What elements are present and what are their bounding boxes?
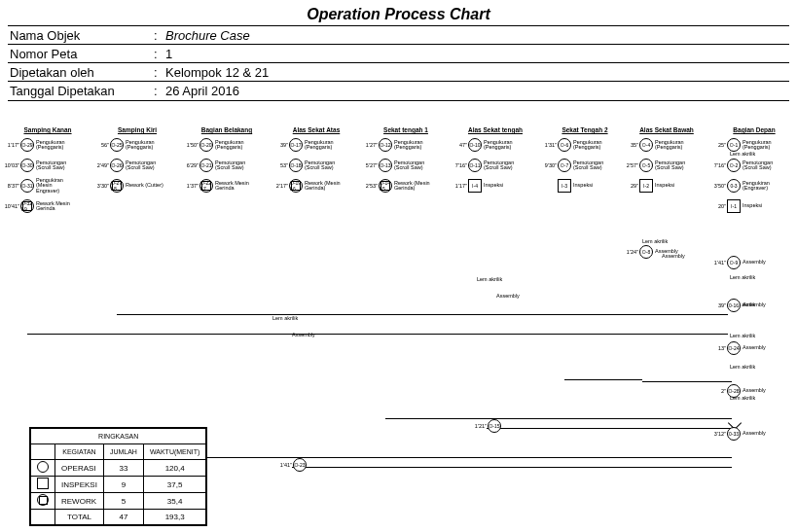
summary-total-time: 193,3: [143, 510, 205, 525]
material-label: Lem akrilik: [272, 315, 298, 321]
node-desc: Rework (Cutter): [126, 183, 164, 189]
process-node: 1'50" O-20 Pengukuran (Penggaris): [183, 136, 271, 154]
node-symbol: O-27 I-8: [110, 179, 124, 193]
connector-line: [292, 467, 732, 468]
node-time: 10'03": [4, 162, 19, 168]
material-label: Assembly: [496, 293, 520, 299]
node-desc: Pemotongan (Scroll Saw): [655, 160, 694, 171]
node-desc: Pemotongan (Scroll Saw): [126, 160, 164, 171]
process-node: 1'41" O-9 Assembly: [710, 254, 797, 271]
node-time: 1'41": [710, 260, 726, 266]
node-desc: Inspeksi: [743, 203, 781, 209]
node-symbol: O-13: [379, 159, 392, 172]
node-symbol: I-4: [468, 179, 482, 193]
node-symbol: O-4: [639, 138, 653, 152]
node-symbol: O-5: [639, 159, 653, 172]
process-node: 6'29" O-21 Pemotongan (Scroll Saw): [183, 157, 271, 174]
node-time: 3'30": [93, 183, 109, 189]
header-value: Kelompok 12 & 21: [165, 65, 269, 80]
node-time: 5'27": [362, 162, 378, 168]
process-node: 35" O-4 Pengukuran (Penggaris): [623, 136, 710, 154]
connector-line: [475, 418, 732, 419]
lane-title: Sekat tengah 1: [362, 126, 450, 133]
lane-title: Samping Kiri: [93, 126, 181, 133]
summary-symbol: [37, 494, 49, 506]
summary-activity: OPERASI: [55, 460, 104, 477]
process-node: 1'37" O-22 I-7 Rework Mesin Gerinda: [183, 177, 271, 195]
process-node: 10'41" O-32 I-9 Rework Mesin Gerinda: [4, 197, 91, 215]
lane-title: Alas Sekat Atas: [272, 126, 360, 133]
node-symbol: O-17: [289, 138, 303, 152]
node-symbol: O-7: [558, 159, 571, 172]
assembly-node: 1'41"O-23: [276, 456, 307, 474]
node-time: 1'37": [183, 183, 199, 189]
connector-line: [642, 381, 732, 382]
node-time: 1'31": [541, 142, 557, 148]
node-desc: Pemotongan (Scroll Saw): [215, 160, 254, 171]
node-symbol: O-31: [20, 179, 34, 193]
node-desc: Assembly: [743, 431, 781, 437]
summary-symbol: [37, 461, 49, 473]
process-node: 5'27" O-13 Pemotongan (Scroll Saw): [362, 157, 450, 174]
lane-title: Samping Kanan: [4, 126, 91, 133]
node-desc: Inspeksi: [573, 183, 612, 189]
node-symbol: O-22 I-7: [199, 179, 213, 193]
node-time: 20": [710, 203, 726, 209]
process-node: 7'16" O-11 Pemotongan (Scroll Saw): [452, 157, 539, 174]
process-node: 53" O-18 Pemotongan (Scroll Saw): [272, 157, 360, 174]
node-time: 29": [623, 183, 638, 189]
summary-activity: REWORK: [55, 493, 104, 510]
summary-time: 35,4: [143, 493, 205, 510]
header-table: Nama Objek:Brochure CaseNomor Peta:1Dipe…: [8, 25, 789, 101]
process-node: 3'30" O-27 I-8 Rework (Cutter): [93, 177, 181, 195]
header-label: Nama Objek: [8, 28, 154, 43]
node-time: 1'50": [183, 142, 199, 148]
summary-title: RINGKASAN: [31, 429, 206, 444]
summary-time: 37,5: [143, 477, 205, 493]
node-symbol: O-21: [199, 159, 213, 172]
summary-count: 33: [103, 460, 143, 477]
node-symbol: O-19 I-6: [289, 179, 303, 193]
process-node: 2'57" O-5 Pemotongan (Scroll Saw): [623, 157, 710, 174]
process-node: 9'30" O-7 Pemotongan (Scroll Saw): [541, 157, 629, 174]
connector-line: [27, 334, 728, 335]
node-symbol: O-1: [727, 138, 741, 152]
node-time: 3'50": [710, 183, 726, 189]
process-node: 47" O-10 Pengukuran (Penggaris): [452, 136, 539, 154]
node-desc: Rework Mesin Gerinda: [215, 181, 254, 192]
lane-title: Bagian Belakang: [183, 126, 271, 133]
summary-count: 5: [103, 493, 143, 510]
process-node: 3'50" 0-3 Pengukiran (Engraver): [710, 177, 797, 195]
node-time: 7'16": [452, 162, 467, 168]
node-desc: Pengukuran (Penggaris): [655, 140, 694, 151]
lane-title: Sekat Tengah 2: [541, 126, 629, 133]
node-desc: Pengukuran (Penggaris): [215, 140, 254, 151]
process-node: 8'37" O-31 Pengukiran (Mesin Engraver): [4, 177, 91, 195]
node-desc: Pengukuran (Penggaris): [36, 140, 75, 151]
node-time: 10'41": [4, 203, 19, 209]
material-label: Lem akrilik: [642, 238, 668, 244]
summary-col: JUMLAH: [103, 444, 143, 460]
node-desc: Rework (Mesin Gerinda): [394, 181, 433, 192]
node-symbol: O-8: [639, 245, 653, 259]
material-label: Assembly: [662, 253, 685, 259]
node-symbol: 0-33: [727, 427, 741, 441]
node-desc: Rework (Mesin Gerinda): [305, 181, 344, 192]
summary-time: 120,4: [143, 460, 205, 477]
node-desc: Rework Mesin Gerinda: [36, 201, 75, 212]
node-time: 8'37": [4, 183, 19, 189]
node-desc: Pengukuran (Penggaris): [126, 140, 164, 151]
node-desc: Pemotongan (Scroll Saw): [36, 160, 75, 171]
node-desc: Pengukiran (Engraver): [743, 181, 781, 192]
connector-line: [117, 314, 728, 315]
material-label: Lem akrilik: [730, 364, 755, 370]
node-desc: Pengukiran (Mesin Engraver): [36, 178, 75, 195]
process-node: 1'17" O-29 Pengukuran (Penggaris): [4, 136, 91, 154]
process-node: I-3 Inspeksi: [541, 177, 629, 195]
node-time: 13": [710, 345, 726, 351]
node-symbol: 0-3: [727, 179, 741, 193]
node-symbol: O-18: [289, 159, 303, 172]
process-node: 20" I-1 Inspeksi: [710, 197, 797, 215]
node-desc: Pengukuran (Penggaris): [573, 140, 612, 151]
node-time: 2'53": [362, 183, 378, 189]
